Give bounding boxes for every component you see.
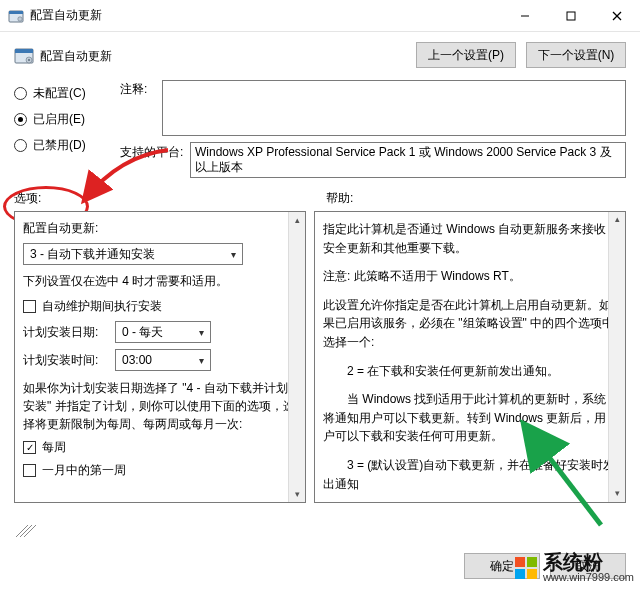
radio-not-configured-label: 未配置(C) [33,85,86,102]
maintenance-install-check-indicator [23,300,36,313]
microsoft-logo-icon [515,557,537,579]
weekly-label: 每周 [42,439,66,456]
comment-label: 注释: [120,81,147,98]
radio-enabled-indicator [14,113,27,126]
comment-textarea[interactable] [162,80,626,136]
install-day-label: 计划安装日期: [23,324,105,341]
radio-disabled-label: 已禁用(D) [33,137,86,154]
first-week-check-indicator [23,464,36,477]
radio-disabled-indicator [14,139,27,152]
radio-disabled[interactable]: 已禁用(D) [14,132,114,158]
titlebar: 配置自动更新 [0,0,640,32]
weekly-check-indicator: ✓ [23,441,36,454]
svg-line-13 [24,525,36,537]
resize-grip-icon [14,523,44,539]
policy-state-region: 未配置(C) 已启用(E) 已禁用(D) 注释: 支持的平台: Windows … [0,68,640,184]
prev-setting-button[interactable]: 上一个设置(P) [416,42,516,68]
svg-line-11 [16,525,28,537]
radio-enabled[interactable]: 已启用(E) [14,106,114,132]
policy-large-icon [14,46,34,66]
prev-setting-label: 上一个设置(P) [428,47,504,64]
scroll-up-icon[interactable]: ▴ [289,212,305,228]
options-note: 下列设置仅在选中 4 时才需要和适用。 [23,273,297,290]
panes: ▴ ▾ 配置自动更新: 3 - 自动下载并通知安装 ▾ 下列设置仅在选中 4 时… [0,211,640,503]
minimize-button[interactable] [502,0,548,31]
help-pane: ▴ ▾ 指定此计算机是否通过 Windows 自动更新服务来接收安全更新和其他重… [314,211,626,503]
chevron-down-icon: ▾ [231,249,236,260]
svg-rect-8 [15,49,33,53]
options-label: 选项: [14,190,314,207]
install-time-label: 计划安装时间: [23,352,105,369]
svg-line-12 [20,525,32,537]
svg-rect-1 [9,11,23,14]
scroll-down-icon[interactable]: ▾ [289,486,305,502]
dialog-title: 配置自动更新 [40,48,112,65]
supported-platform-box: Windows XP Professional Service Pack 1 或… [190,142,626,178]
install-day-value: 0 - 每天 [122,324,163,341]
update-mode-value: 3 - 自动下载并通知安装 [30,246,155,263]
radio-not-configured-indicator [14,87,27,100]
next-setting-label: 下一个设置(N) [538,47,615,64]
install-day-dropdown[interactable]: 0 - 每天 ▾ [115,321,211,343]
chevron-down-icon: ▾ [199,327,204,338]
install-time-value: 03:00 [122,353,152,367]
help-p4: 2 = 在下载和安装任何更新前发出通知。 [323,362,617,381]
radio-not-configured[interactable]: 未配置(C) [14,80,114,106]
dialog-header: 配置自动更新 上一个设置(P) 下一个设置(N) [0,32,640,68]
watermark-brand: 系统粉 [543,552,603,572]
maintenance-install-checkbox[interactable]: 自动维护期间执行安装 [23,298,297,315]
maintenance-install-label: 自动维护期间执行安装 [42,298,162,315]
help-p1: 指定此计算机是否通过 Windows 自动更新服务来接收安全更新和其他重要下载。 [323,220,617,257]
help-label: 帮助: [314,190,626,207]
weekly-checkbox[interactable]: ✓ 每周 [23,439,297,456]
first-week-checkbox[interactable]: 一月中的第一周 [23,462,297,479]
svg-point-2 [18,16,22,20]
next-setting-button[interactable]: 下一个设置(N) [526,42,626,68]
radio-enabled-label: 已启用(E) [33,111,85,128]
help-p2: 注意: 此策略不适用于 Windows RT。 [323,267,617,286]
svg-rect-4 [567,12,575,20]
options-heading: 配置自动更新: [23,220,297,237]
svg-point-10 [28,59,30,61]
watermark: 系统粉 www.win7999.com [515,552,634,583]
options-pane: ▴ ▾ 配置自动更新: 3 - 自动下载并通知安装 ▾ 下列设置仅在选中 4 时… [14,211,306,503]
policy-icon [8,8,24,24]
help-p3: 此设置允许你指定是否在此计算机上启用自动更新。如果已启用该服务，必须在 "组策略… [323,296,617,352]
window-controls [502,0,640,31]
ok-label: 确定 [490,558,514,575]
supported-platform-label: 支持的平台: [120,144,183,161]
options-paragraph: 如果你为计划安装日期选择了 "4 - 自动下载并计划安装" 并指定了计划，则你可… [23,379,297,433]
update-mode-dropdown[interactable]: 3 - 自动下载并通知安装 ▾ [23,243,243,265]
chevron-down-icon: ▾ [199,355,204,366]
close-button[interactable] [594,0,640,31]
supported-platform-value: Windows XP Professional Service Pack 1 或… [195,145,612,174]
help-p6: 3 = (默认设置)自动下载更新，并在准备好安装时发出通知 [323,456,617,493]
help-p5: 当 Windows 找到适用于此计算机的更新时，系统将通知用户可以下载更新。转到… [323,390,617,446]
first-week-label: 一月中的第一周 [42,462,126,479]
scroll-up-icon[interactable]: ▴ [609,212,625,228]
window-title: 配置自动更新 [30,7,102,24]
scroll-down-icon[interactable]: ▾ [609,486,625,502]
section-labels: 选项: 帮助: [0,184,640,211]
watermark-domain: www.win7999.com [543,572,634,583]
install-time-dropdown[interactable]: 03:00 ▾ [115,349,211,371]
maximize-button[interactable] [548,0,594,31]
